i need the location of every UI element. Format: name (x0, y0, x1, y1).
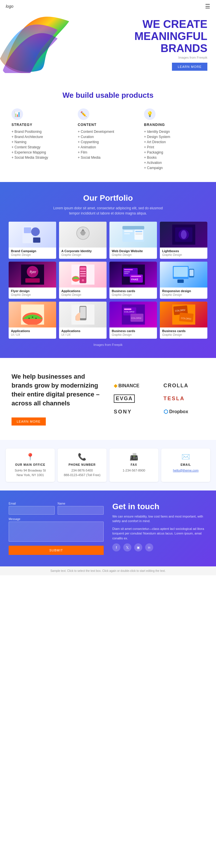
svg-rect-9 (124, 233, 130, 234)
portfolio-item-info: Applications Graphic Design (59, 287, 107, 299)
facebook-icon[interactable]: f (112, 544, 120, 552)
list-item: Copywriting (78, 140, 138, 145)
message-field[interactable] (9, 522, 104, 542)
contact-card-email: ✉️ EMAIL hello@theme.com (161, 448, 210, 482)
portfolio-item[interactable]: A Corporate Identity Graphic Design (59, 222, 107, 259)
email-icon: ✉️ (164, 453, 207, 461)
hero-learn-more-button[interactable]: LEARN MORE (172, 63, 207, 71)
list-item: Brand Positioning (11, 129, 72, 134)
svg-rect-11 (135, 231, 142, 232)
portfolio-item[interactable]: COLORS! COLORS! Business cards Graphic D… (160, 302, 207, 339)
linkedin-icon[interactable]: in (145, 544, 153, 552)
svg-rect-1 (24, 227, 31, 233)
sony-logo: SONY (114, 409, 155, 415)
phone-text: 234-9876-5400888-0123-4567 (Toll Free) (60, 468, 104, 477)
portfolio-item-title: Flyer design (11, 289, 54, 293)
portfolio-item-category: UI / UX (11, 333, 54, 336)
svg-point-17 (181, 230, 187, 239)
portfolio-item-image (160, 222, 207, 248)
portfolio-item-category: Graphic Design (112, 293, 155, 297)
location-icon: 📍 (9, 453, 52, 461)
portfolio-item[interactable]: COLORS! COLORS! Business cards Graphic D… (109, 302, 157, 339)
portfolio-item-image (160, 261, 207, 287)
touch-tagline: We can ensure reliability, low cost fare… (112, 514, 207, 524)
portfolio-item-info: Business cards Graphic Design (109, 287, 157, 299)
portfolio-item[interactable]: Responsive design Graphic Design (160, 261, 207, 299)
portfolio-item[interactable]: Applications UI / UX (9, 302, 56, 339)
office-title: OUR MAIN OFFICE (9, 463, 52, 466)
email-field[interactable] (9, 506, 55, 515)
portfolio-item-category: Graphic Design (162, 333, 205, 336)
form-group-message: Message (9, 518, 104, 546)
svg-point-5 (81, 231, 85, 236)
portfolio-item-category: Graphic Design (112, 333, 155, 336)
portfolio-item[interactable]: Applications Graphic Design (59, 261, 107, 299)
submit-button[interactable]: SUBMIT (9, 546, 104, 555)
evga-logo: EVGA (114, 395, 155, 403)
svg-rect-24 (80, 268, 86, 270)
list-item: Experience Mapping (11, 150, 72, 155)
portfolio-item-info: Applications UI / UX (59, 328, 107, 339)
portfolio-description: Lorem ipsum dolor sit amet, consectetur … (50, 206, 166, 216)
svg-rect-33 (124, 271, 130, 272)
email-link[interactable]: hello@theme.com (173, 469, 199, 472)
portfolio-grid: Brand Campaign Graphic Design A Corporat… (9, 222, 207, 339)
svg-rect-53 (124, 309, 131, 310)
portfolio-item-category: Graphic Design (112, 253, 155, 256)
list-item: Art Direction (144, 140, 205, 145)
hero-text: WE CREATE MEANINGFUL BRANDS Images from … (135, 19, 207, 71)
touch-right-content: Get in touch We can ensure reliability, … (112, 502, 207, 555)
svg-rect-34 (124, 273, 129, 274)
svg-rect-7 (123, 226, 144, 229)
svg-point-45 (28, 318, 30, 319)
header: logo ☰ (0, 0, 216, 13)
portfolio-item-title: Business cards (112, 289, 155, 293)
form-row-email-name: Email Name (9, 502, 104, 515)
portfolio-item-title: Lightboxes (162, 249, 205, 253)
svg-point-28 (82, 279, 84, 281)
form-group-name: Name (58, 502, 104, 515)
list-item: Content Development (78, 129, 138, 134)
portfolio-item-category: Graphic Design (11, 293, 54, 297)
hero-title: WE CREATE MEANINGFUL BRANDS (135, 19, 207, 54)
portfolio-freepik-credit: Images from Freepik (9, 343, 207, 346)
portfolio-item-image: COLORS! COLORS! (160, 302, 207, 328)
menu-button[interactable]: ☰ (205, 3, 210, 10)
dropbox-logo: ⬡ Dropbox (164, 408, 205, 415)
svg-point-46 (32, 316, 33, 318)
portfolio-item-info: Business cards Graphic Design (160, 328, 207, 339)
build-heading: We build usable products (11, 91, 205, 100)
svg-text:FAKE: FAKE (131, 278, 138, 281)
portfolio-item[interactable]: Web Design Website Graphic Design (109, 222, 157, 259)
message-label: Message (9, 518, 104, 521)
instagram-icon[interactable]: ▣ (134, 544, 142, 552)
build-col-strategy: 📊 STRATEGY Brand Positioning Brand Archi… (11, 108, 72, 170)
portfolio-item-image (59, 302, 107, 328)
portfolio-item-title: Web Design Website (112, 249, 155, 253)
portfolio-item-title: Applications (61, 329, 104, 333)
list-item: Film (78, 150, 138, 155)
portfolio-item-category: UI / UX (61, 333, 104, 336)
brands-learn-more-button[interactable]: LEARN MORE (11, 417, 46, 426)
name-field[interactable] (58, 506, 104, 515)
svg-rect-12 (135, 233, 142, 234)
portfolio-item[interactable]: Lightboxes Graphic Design (160, 222, 207, 259)
contact-card-phone: 📞 PHONE NUMBER 234-9876-5400888-0123-456… (58, 448, 107, 482)
svg-text:COLORS!: COLORS! (131, 317, 141, 319)
svg-text:flyer: flyer (30, 270, 36, 274)
email-label: Email (9, 502, 55, 505)
svg-rect-3 (33, 238, 40, 243)
touch-heading: Get in touch (112, 502, 207, 511)
portfolio-item[interactable]: FAKE Business cards Graphic Design (109, 261, 157, 299)
branding-icon: 💡 (144, 108, 156, 120)
portfolio-item[interactable]: Applications UI / UX (59, 302, 107, 339)
svg-rect-50 (80, 307, 86, 318)
list-item: Social Media (78, 155, 138, 160)
portfolio-item[interactable]: flyer Flyer design Graphic Design (9, 261, 56, 299)
portfolio-item-info: Web Design Website Graphic Design (109, 248, 157, 259)
portfolio-item[interactable]: Brand Campaign Graphic Design (9, 222, 56, 259)
name-label: Name (58, 502, 104, 505)
portfolio-item-category: Graphic Design (61, 293, 104, 297)
twitter-icon[interactable]: 𝕏 (123, 544, 131, 552)
get-in-touch-section: Email Name Message SUBMIT Get in touch W… (0, 491, 216, 566)
